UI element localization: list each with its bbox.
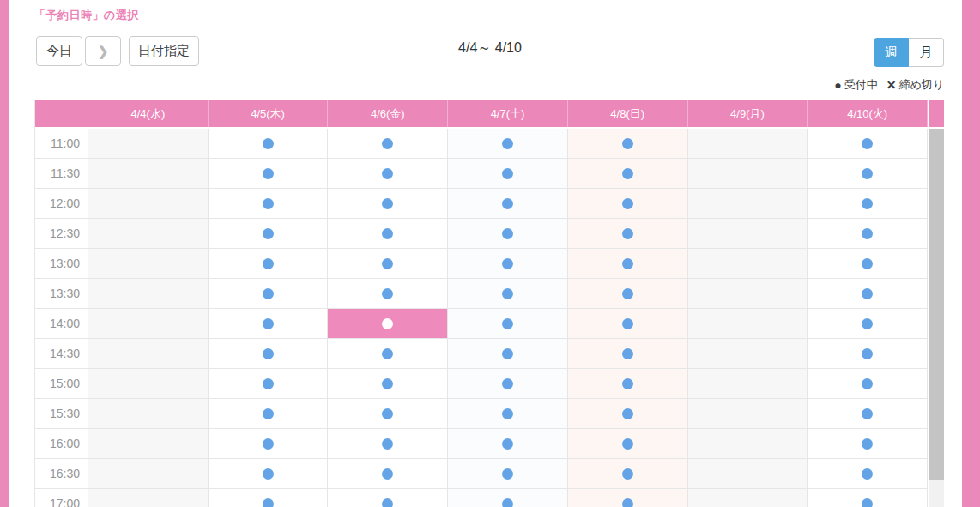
available-dot-icon bbox=[382, 408, 393, 419]
slot-cell-selected[interactable] bbox=[328, 309, 448, 339]
slot-cell[interactable] bbox=[448, 399, 568, 429]
slot-cell bbox=[88, 459, 209, 489]
slot-cell[interactable] bbox=[209, 159, 329, 189]
slot-cell[interactable] bbox=[808, 219, 928, 249]
slot-cell[interactable] bbox=[808, 159, 928, 189]
slot-cell[interactable] bbox=[568, 279, 688, 309]
slot-cell[interactable] bbox=[328, 459, 448, 489]
deadline-x-icon: ✕ bbox=[886, 78, 897, 92]
slot-cell[interactable] bbox=[808, 429, 928, 459]
slot-cell[interactable] bbox=[328, 489, 448, 507]
column-header-5: 4/8(日) bbox=[568, 100, 688, 127]
time-label: 12:30 bbox=[35, 219, 88, 249]
view-toggle: 週 月 bbox=[874, 38, 944, 67]
slot-cell[interactable] bbox=[448, 189, 568, 219]
slot-cell[interactable] bbox=[209, 219, 329, 249]
slot-cell bbox=[688, 249, 808, 279]
slot-cell[interactable] bbox=[808, 129, 928, 159]
slot-cell[interactable] bbox=[448, 129, 568, 159]
slot-cell[interactable] bbox=[568, 129, 688, 159]
availability-table: 4/4(水)4/5(木)4/6(金)4/7(土)4/8(日)4/9(月)4/10… bbox=[34, 100, 928, 507]
slot-cell[interactable] bbox=[808, 369, 928, 399]
slot-cell[interactable] bbox=[568, 369, 688, 399]
slot-cell[interactable] bbox=[209, 129, 329, 159]
slot-cell[interactable] bbox=[568, 489, 688, 507]
slot-cell[interactable] bbox=[328, 189, 448, 219]
time-label: 11:00 bbox=[35, 129, 88, 159]
available-dot-icon bbox=[382, 228, 393, 239]
time-row: 12:30 bbox=[35, 219, 928, 249]
available-dot-icon bbox=[502, 258, 513, 269]
slot-cell[interactable] bbox=[209, 399, 329, 429]
slot-cell bbox=[88, 279, 209, 309]
slot-cell[interactable] bbox=[808, 459, 928, 489]
slot-cell[interactable] bbox=[448, 429, 568, 459]
available-dot-icon bbox=[263, 498, 274, 507]
right-edge-decoration bbox=[962, 0, 980, 507]
available-dot-icon bbox=[502, 348, 513, 359]
slot-cell[interactable] bbox=[209, 189, 329, 219]
slot-cell[interactable] bbox=[448, 249, 568, 279]
column-header-4: 4/7(土) bbox=[448, 100, 568, 127]
slot-cell[interactable] bbox=[448, 159, 568, 189]
scrollbar-thumb[interactable] bbox=[929, 129, 944, 480]
slot-cell[interactable] bbox=[209, 459, 329, 489]
slot-cell[interactable] bbox=[808, 279, 928, 309]
slot-cell[interactable] bbox=[568, 309, 688, 339]
slot-cell[interactable] bbox=[328, 219, 448, 249]
slot-cell[interactable] bbox=[328, 339, 448, 369]
slot-cell[interactable] bbox=[568, 189, 688, 219]
slot-cell[interactable] bbox=[209, 369, 329, 399]
slot-cell[interactable] bbox=[568, 159, 688, 189]
slot-cell[interactable] bbox=[568, 249, 688, 279]
column-header-2: 4/5(木) bbox=[209, 100, 329, 127]
slot-cell[interactable] bbox=[328, 369, 448, 399]
slot-cell[interactable] bbox=[328, 279, 448, 309]
time-label: 17:00 bbox=[35, 489, 88, 507]
slot-cell[interactable] bbox=[808, 249, 928, 279]
available-dot-icon bbox=[622, 138, 633, 149]
slot-cell[interactable] bbox=[448, 489, 568, 507]
slot-cell[interactable] bbox=[448, 279, 568, 309]
available-dot-icon bbox=[862, 168, 873, 179]
available-dot-icon bbox=[622, 258, 633, 269]
time-label: 13:30 bbox=[35, 279, 88, 309]
slot-cell[interactable] bbox=[448, 369, 568, 399]
slot-cell[interactable] bbox=[448, 219, 568, 249]
slot-cell[interactable] bbox=[209, 309, 329, 339]
slot-cell[interactable] bbox=[328, 429, 448, 459]
slot-cell[interactable] bbox=[209, 279, 329, 309]
slot-cell[interactable] bbox=[448, 309, 568, 339]
slot-cell[interactable] bbox=[328, 399, 448, 429]
slot-cell[interactable] bbox=[328, 129, 448, 159]
slot-cell[interactable] bbox=[568, 339, 688, 369]
slot-cell[interactable] bbox=[209, 249, 329, 279]
month-view-button[interactable]: 月 bbox=[909, 38, 944, 67]
week-view-button[interactable]: 週 bbox=[874, 38, 909, 67]
accepting-label: 受付中 bbox=[844, 77, 878, 93]
time-label: 16:30 bbox=[35, 459, 88, 489]
slot-cell[interactable] bbox=[328, 249, 448, 279]
slot-cell[interactable] bbox=[808, 309, 928, 339]
slot-cell[interactable] bbox=[808, 399, 928, 429]
table-scrollbar[interactable] bbox=[929, 100, 944, 507]
left-edge-decoration bbox=[0, 0, 9, 507]
slot-cell[interactable] bbox=[808, 489, 928, 507]
slot-cell[interactable] bbox=[568, 429, 688, 459]
slot-cell[interactable] bbox=[209, 429, 329, 459]
slot-cell[interactable] bbox=[328, 159, 448, 189]
available-dot-icon bbox=[502, 288, 513, 299]
slot-cell[interactable] bbox=[448, 459, 568, 489]
available-dot-icon bbox=[263, 168, 274, 179]
column-header-7: 4/10(火) bbox=[808, 100, 928, 127]
slot-cell[interactable] bbox=[568, 399, 688, 429]
slot-cell[interactable] bbox=[568, 459, 688, 489]
available-dot-icon bbox=[622, 408, 633, 419]
slot-cell[interactable] bbox=[448, 339, 568, 369]
available-dot-icon bbox=[502, 408, 513, 419]
slot-cell[interactable] bbox=[209, 339, 329, 369]
slot-cell[interactable] bbox=[209, 489, 329, 507]
slot-cell[interactable] bbox=[808, 339, 928, 369]
slot-cell[interactable] bbox=[568, 219, 688, 249]
slot-cell[interactable] bbox=[808, 189, 928, 219]
